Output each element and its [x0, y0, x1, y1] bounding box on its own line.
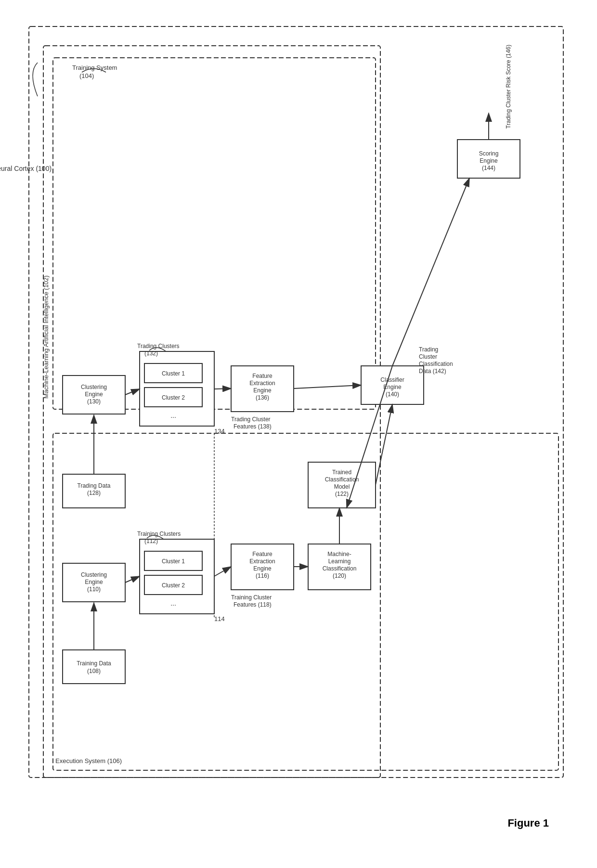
- svg-rect-19: [457, 140, 520, 178]
- svg-text:Machine-Learning Artificial In: Machine-Learning Artificial Intelligence…: [42, 275, 50, 399]
- svg-rect-4: [63, 650, 125, 684]
- svg-text:Trading Clusters: Trading Clusters: [137, 343, 180, 350]
- svg-text:Extraction: Extraction: [249, 380, 275, 387]
- svg-text:Features (138): Features (138): [234, 423, 272, 430]
- svg-rect-17: [308, 462, 376, 508]
- svg-text:Feature: Feature: [252, 551, 273, 557]
- svg-text:Engine: Engine: [253, 565, 272, 572]
- svg-rect-12: [144, 363, 202, 383]
- svg-text:(132): (132): [144, 350, 158, 357]
- svg-text:Engine: Engine: [253, 387, 272, 394]
- svg-text:Engine: Engine: [383, 384, 402, 390]
- figure-title: Figure 1: [507, 817, 549, 829]
- svg-text:Trading: Trading: [419, 346, 438, 353]
- svg-text:...: ...: [170, 599, 176, 607]
- svg-text:(116): (116): [256, 572, 269, 579]
- svg-text:Extraction: Extraction: [249, 558, 275, 565]
- svg-rect-1: [43, 46, 380, 777]
- svg-text:Training Clusters: Training Clusters: [137, 531, 181, 537]
- svg-text:Trading Data: Trading Data: [78, 482, 111, 489]
- svg-text:(112): (112): [144, 538, 158, 544]
- svg-text:Training Data: Training Data: [77, 660, 111, 667]
- svg-text:Spoofing Neural Cortex (100): Spoofing Neural Cortex (100): [0, 165, 52, 172]
- svg-text:(108): (108): [87, 668, 101, 674]
- svg-rect-14: [231, 544, 294, 590]
- svg-rect-2: [53, 58, 376, 409]
- svg-text:Cluster 1: Cluster 1: [162, 370, 185, 377]
- svg-text:...: ...: [170, 412, 176, 419]
- svg-text:Scoring: Scoring: [479, 150, 499, 157]
- svg-text:Classifier: Classifier: [380, 376, 404, 383]
- svg-text:Training System: Training System: [72, 64, 117, 71]
- svg-text:(120): (120): [333, 572, 346, 579]
- svg-text:Data (142): Data (142): [419, 368, 446, 375]
- svg-text:Cluster 1: Cluster 1: [162, 558, 185, 565]
- svg-line-21: [125, 576, 140, 583]
- svg-text:Execution System (106): Execution System (106): [55, 757, 122, 764]
- svg-rect-15: [231, 366, 294, 412]
- svg-text:Engine: Engine: [85, 579, 103, 585]
- svg-line-22: [214, 567, 231, 576]
- svg-text:(144): (144): [482, 165, 495, 171]
- svg-text:Training Cluster: Training Cluster: [231, 594, 272, 601]
- diagram-svg: Spoofing Neural Cortex (100) Machine-Lea…: [0, 0, 597, 868]
- svg-line-26: [125, 389, 140, 395]
- svg-rect-11: [140, 351, 214, 426]
- svg-text:Clustering: Clustering: [81, 384, 107, 390]
- svg-text:Clustering: Clustering: [81, 571, 107, 578]
- svg-rect-0: [29, 26, 563, 777]
- svg-rect-10: [144, 575, 202, 595]
- svg-text:Cluster 2: Cluster 2: [162, 394, 185, 401]
- svg-text:(130): (130): [87, 398, 101, 405]
- svg-text:(122): (122): [335, 491, 349, 497]
- svg-text:Trading Cluster: Trading Cluster: [231, 416, 271, 423]
- svg-text:Engine: Engine: [480, 157, 498, 164]
- svg-line-29: [347, 366, 392, 508]
- svg-rect-3: [53, 433, 558, 770]
- svg-line-30: [392, 178, 469, 366]
- svg-text:Model: Model: [334, 483, 350, 490]
- svg-text:Trained: Trained: [332, 469, 351, 476]
- svg-rect-9: [144, 551, 202, 570]
- page: Spoofing Neural Cortex (100) Machine-Lea…: [0, 0, 597, 868]
- svg-text:(140): (140): [386, 391, 399, 398]
- svg-text:(136): (136): [256, 394, 269, 401]
- svg-rect-7: [63, 376, 125, 414]
- svg-line-28: [294, 385, 361, 389]
- svg-rect-13: [144, 388, 202, 407]
- svg-line-31: [376, 404, 392, 485]
- svg-text:(128): (128): [87, 490, 101, 496]
- svg-text:(104): (104): [79, 72, 94, 79]
- svg-text:114: 114: [214, 615, 225, 622]
- svg-text:Classification: Classification: [325, 476, 359, 483]
- svg-text:Learning: Learning: [328, 558, 351, 565]
- svg-text:Cluster 2: Cluster 2: [162, 582, 185, 589]
- svg-text:Cluster: Cluster: [419, 353, 437, 360]
- svg-text:Engine: Engine: [85, 391, 103, 398]
- svg-rect-8: [140, 539, 214, 614]
- svg-rect-16: [308, 544, 371, 590]
- svg-text:Machine-: Machine-: [327, 551, 351, 557]
- svg-text:134: 134: [214, 428, 225, 435]
- svg-text:Classification: Classification: [419, 361, 453, 367]
- svg-text:Features (118): Features (118): [234, 601, 272, 608]
- svg-line-27: [214, 389, 231, 389]
- svg-rect-5: [63, 474, 125, 508]
- svg-rect-18: [361, 366, 424, 404]
- svg-rect-6: [63, 563, 125, 602]
- svg-text:Trading Cluster Risk Score (14: Trading Cluster Risk Score (146): [505, 45, 512, 129]
- svg-text:Classification: Classification: [323, 565, 357, 572]
- svg-text:(110): (110): [87, 586, 101, 593]
- svg-text:Feature: Feature: [252, 373, 273, 379]
